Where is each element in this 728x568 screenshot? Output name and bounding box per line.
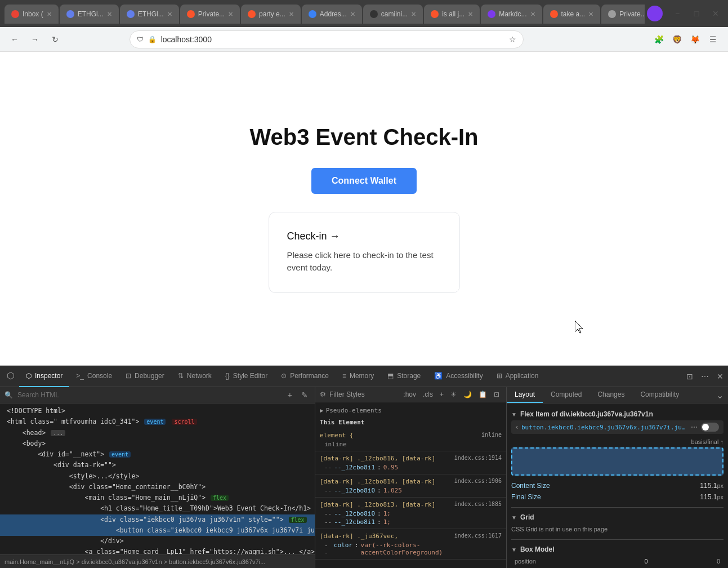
tab-close-icon[interactable]: ✕ bbox=[588, 11, 593, 18]
pseudo-elements-header[interactable]: ▶ Pseudo-elements bbox=[315, 405, 506, 416]
devtools-tab-console[interactable]: >_Console bbox=[69, 366, 119, 387]
reload-button[interactable]: ↻ bbox=[47, 32, 63, 47]
devtools-close-icon[interactable]: ✕ bbox=[714, 370, 726, 383]
devtools-pick-element[interactable]: ⬡ bbox=[2, 366, 19, 387]
html-line[interactable]: <button class="iekbcc0 iekbcc9 ju367v6x … bbox=[0, 525, 315, 536]
tab-icon bbox=[488, 10, 495, 18]
close-button[interactable]: ✕ bbox=[708, 6, 723, 21]
console-icon: >_ bbox=[76, 372, 84, 380]
browser-tab-tab-private2[interactable]: Private... ✕ bbox=[601, 5, 645, 24]
tab-layout[interactable]: Layout bbox=[507, 387, 543, 403]
profile-icon[interactable] bbox=[647, 6, 663, 21]
style-property[interactable]: ----_12cbo8i0: 1; bbox=[320, 509, 502, 518]
browser-tab-tab-gmail[interactable]: Inbox ( ✕ bbox=[5, 5, 59, 24]
tab-label: Addres... bbox=[320, 10, 347, 18]
devtools-tab-storage[interactable]: ⬒Storage bbox=[381, 366, 427, 387]
styles-rule: [data-rk] ._12cbo816, [data-rk] index.cs… bbox=[320, 455, 502, 462]
devtools-tab-network[interactable]: ⇅Network bbox=[171, 366, 218, 387]
address-bar[interactable]: 🛡 🔒 localhost:3000 ☆ bbox=[129, 30, 524, 48]
style-property[interactable]: ----_12cbo8i0: 1.025 bbox=[320, 486, 502, 495]
minimize-button[interactable]: − bbox=[669, 6, 685, 21]
brave-icon[interactable]: 🦁 bbox=[669, 32, 685, 47]
back-button[interactable]: ← bbox=[7, 32, 23, 47]
connect-wallet-button[interactable]: Connect Wallet bbox=[311, 168, 417, 194]
tab-close-icon[interactable]: ✕ bbox=[468, 11, 473, 18]
tab-changes[interactable]: Changes bbox=[589, 387, 632, 403]
tab-compatibility[interactable]: Compatibility bbox=[632, 387, 687, 403]
tab-icon bbox=[66, 10, 74, 18]
style-editor-label: Style Editor bbox=[233, 372, 267, 380]
hover-filter[interactable]: :hov bbox=[401, 389, 418, 400]
flex-box-visual bbox=[511, 447, 723, 476]
flex-item-selector[interactable]: ‹ button.iekbcc0.iekbcc9.ju367v6x.ju367v… bbox=[511, 420, 723, 434]
tab-icon bbox=[608, 10, 616, 18]
forward-button[interactable]: → bbox=[27, 32, 43, 47]
content-size-row: Content Size 115.1px bbox=[511, 480, 723, 491]
devtools-tab-style-editor[interactable]: {}Style Editor bbox=[218, 366, 274, 387]
devtools-tab-application[interactable]: ⊞Application bbox=[490, 366, 546, 387]
devtools-tab-debugger[interactable]: ⊡Debugger bbox=[119, 366, 171, 387]
pick-node-icon[interactable]: ✎ bbox=[299, 389, 310, 401]
browser-tab-tab-party[interactable]: party e... ✕ bbox=[241, 5, 301, 24]
devtools-more-icon[interactable]: ⋯ bbox=[699, 370, 711, 383]
light-mode-icon[interactable]: ☀ bbox=[448, 389, 459, 400]
browser-tab-tab-takea[interactable]: take a... ✕ bbox=[543, 5, 601, 24]
layout-icon[interactable]: ⊡ bbox=[492, 389, 502, 400]
position-value: 0 bbox=[642, 557, 681, 566]
devtools-responsive-icon[interactable]: ⊡ bbox=[684, 370, 695, 383]
page-content: Web3 Event Check-In Connect Wallet Check… bbox=[0, 52, 728, 365]
copy-icon[interactable]: 📋 bbox=[476, 389, 489, 400]
styles-content: ▶ Pseudo-elements This Element element {… bbox=[315, 402, 506, 568]
box-model-header[interactable]: ▼ Box Model bbox=[511, 543, 723, 556]
browser-tab-tab-eth1[interactable]: ETHGl... ✕ bbox=[60, 5, 119, 24]
tab-close-icon[interactable]: ✕ bbox=[47, 11, 52, 18]
inspector-label: Inspector bbox=[35, 372, 62, 380]
flex-item-header[interactable]: ▼ Flex Item of div.iekbcc0.ju367va.ju367… bbox=[511, 408, 723, 420]
html-line: <head> ... bbox=[0, 428, 315, 438]
devtools-tab-inspector[interactable]: ⬡Inspector bbox=[19, 366, 69, 387]
devtools-tab-performance[interactable]: ⊙Performance bbox=[274, 366, 336, 387]
search-html-input[interactable] bbox=[17, 391, 281, 399]
dark-mode-icon[interactable]: 🌙 bbox=[461, 389, 474, 400]
tab-close-icon[interactable]: ✕ bbox=[107, 11, 112, 18]
html-line: <main class="Home_main__nLjiQ"> flex bbox=[0, 492, 315, 503]
styles-filter-icons: :hov .cls + ☀ 🌙 📋 ⊡ bbox=[401, 389, 502, 400]
tab-computed[interactable]: Computed bbox=[543, 387, 589, 403]
grid-header[interactable]: ▼ Grid bbox=[511, 511, 723, 523]
style-property[interactable]: --color: var(--rk-colors-accentColorFore… bbox=[320, 541, 502, 557]
tab-close-icon[interactable]: ✕ bbox=[530, 11, 535, 18]
flex-toggle[interactable] bbox=[701, 423, 719, 432]
debugger-icon: ⊡ bbox=[126, 372, 131, 380]
style-property[interactable]: ----_12cbo8i1: 0.95 bbox=[320, 463, 502, 472]
html-line[interactable]: <div class="iekbcc0 ju367va ju367v1n" st… bbox=[0, 514, 315, 525]
devtools: ⬡ ⬡Inspector>_Console⊡Debugger⇅Network{}… bbox=[0, 365, 728, 568]
checkin-card[interactable]: Check-in → Please click here to check-in… bbox=[269, 212, 460, 293]
browser-tab-tab-private[interactable]: Private... ✕ bbox=[180, 5, 240, 24]
tab-close-icon[interactable]: ✕ bbox=[350, 11, 355, 18]
browser-tab-tab-address[interactable]: Addres... ✕ bbox=[302, 5, 362, 24]
extensions-icon[interactable]: 🧩 bbox=[651, 32, 667, 47]
layout-tabs-more[interactable]: ⌄ bbox=[712, 390, 728, 401]
menu-icon[interactable]: ☰ bbox=[705, 32, 721, 47]
devtools-tab-memory[interactable]: ≡Memory bbox=[336, 366, 381, 387]
browser-tab-tab-camiini[interactable]: camiini... ✕ bbox=[363, 5, 423, 24]
browser-tab-tab-isallj[interactable]: is all j... ✕ bbox=[424, 5, 480, 24]
wallet-icon[interactable]: 🦊 bbox=[687, 32, 703, 47]
styles-section: element { inline inline bbox=[315, 428, 506, 451]
bookmark-icon[interactable]: ☆ bbox=[509, 35, 516, 44]
tab-close-icon[interactable]: ✕ bbox=[167, 11, 172, 18]
devtools-tab-accessibility[interactable]: ♿Accessibility bbox=[427, 366, 489, 387]
styles-panel: ⚙ Filter Styles :hov .cls + ☀ 🌙 📋 ⊡ ▶ Ps… bbox=[315, 387, 507, 568]
add-node-icon[interactable]: + bbox=[285, 389, 294, 401]
devtools-tabs: ⬡ ⬡Inspector>_Console⊡Debugger⇅Network{}… bbox=[0, 366, 728, 387]
cls-filter[interactable]: .cls bbox=[421, 389, 435, 400]
tab-close-icon[interactable]: ✕ bbox=[411, 11, 416, 18]
tab-close-icon[interactable]: ✕ bbox=[289, 11, 294, 18]
html-line: <h1 class="Home_title__T09hD">Web3 Event… bbox=[0, 503, 315, 514]
add-rule-icon[interactable]: + bbox=[437, 389, 446, 400]
browser-tab-tab-eth2[interactable]: ETHGl... ✕ bbox=[120, 5, 179, 24]
style-property[interactable]: ----_12cbo8i1: 1; bbox=[320, 518, 502, 526]
maximize-button[interactable]: □ bbox=[689, 6, 704, 21]
tab-close-icon[interactable]: ✕ bbox=[228, 11, 233, 18]
browser-tab-tab-markdc[interactable]: Markdc... ✕ bbox=[481, 5, 542, 24]
